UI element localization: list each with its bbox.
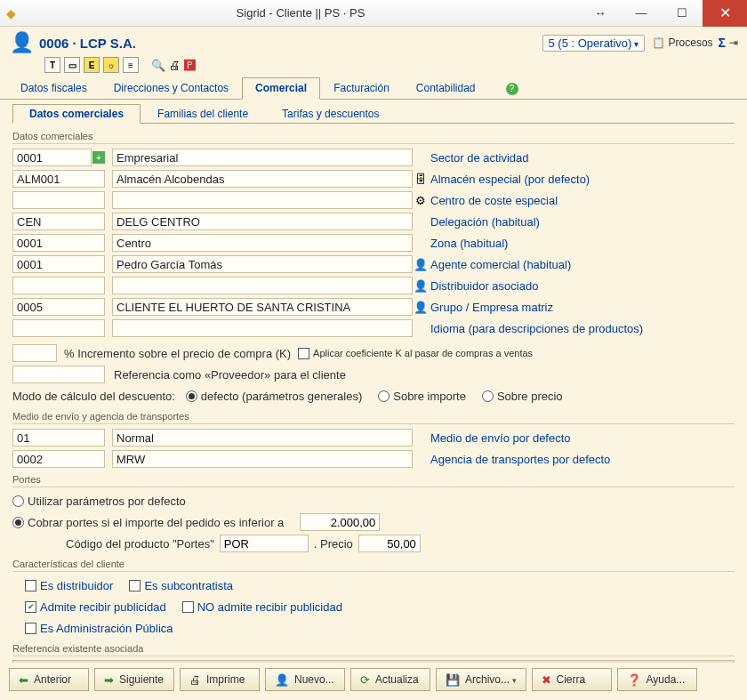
tool-T[interactable]: T — [44, 57, 60, 73]
tab-comercial[interactable]: Comercial — [242, 77, 320, 100]
k-label: % Incremento sobre el precio de compra (… — [64, 347, 291, 360]
move-button[interactable]: ↔ — [580, 0, 621, 27]
agencia-code[interactable] — [12, 450, 105, 468]
k-percent[interactable] — [12, 344, 57, 362]
zona-code[interactable] — [12, 234, 105, 252]
maximize-button[interactable]: ☐ — [662, 0, 703, 27]
check-admite[interactable]: ✔Admite recibir publicidad — [25, 600, 166, 614]
group-datos-comerciales: Datos comerciales — [12, 127, 735, 144]
idioma-code[interactable] — [12, 319, 105, 337]
tool-star[interactable]: ☼ — [103, 57, 119, 73]
siguiente-button[interactable]: ➡Siguiente — [94, 668, 174, 691]
check-no-admite[interactable]: NO admite recibir publicidad — [182, 600, 342, 614]
agencia-desc[interactable] — [112, 450, 413, 468]
idioma-desc[interactable] — [112, 319, 413, 337]
tool-pdf-icon[interactable]: 🅿 — [184, 59, 196, 72]
distribuidor-label: Distribuidor asociado — [429, 279, 538, 293]
medio-label: Medio de envío por defecto — [429, 431, 571, 445]
descuento-opt-defecto[interactable]: defecto (parámetros generales) — [186, 390, 362, 403]
plus-icon[interactable]: + — [92, 151, 105, 164]
procesos-link[interactable]: 📋 Procesos — [652, 36, 712, 49]
agente-label: Agente comercial (habitual) — [429, 258, 571, 271]
subtab-datos-comerciales[interactable]: Datos comerciales — [12, 104, 141, 124]
tab-direcciones[interactable]: Direcciones y Contactos — [100, 77, 242, 100]
arrow-left-icon: ⬅ — [19, 673, 28, 687]
portes-opt-defecto[interactable]: Utilizar parámetros por defecto — [12, 495, 186, 508]
delegacion-label: Delegación (habitual) — [429, 215, 540, 229]
tab-help[interactable]: ? — [489, 77, 532, 100]
tab-datos-fiscales[interactable]: Datos fiscales — [7, 77, 100, 100]
descuento-opt-precio[interactable]: Sobre precio — [482, 390, 563, 403]
portes-opt-cobrar[interactable]: Cobrar portes si el importe del pedido e… — [12, 516, 284, 529]
subtab-familias[interactable]: Familias del cliente — [141, 104, 265, 124]
tab-contabilidad[interactable]: Contabilidad — [403, 77, 489, 100]
idioma-label: Idioma (para descripciones de productos) — [429, 322, 643, 335]
minimize-button[interactable]: — — [621, 0, 662, 27]
group-referencia: Referencia existente asociada — [12, 640, 735, 656]
anterior-button[interactable]: ⬅Anterior — [9, 668, 89, 691]
portes-codigo[interactable] — [220, 535, 309, 552]
cierra-button[interactable]: ✖Cierra — [532, 668, 612, 691]
ref-proveedor[interactable] — [12, 366, 105, 383]
k-checkbox[interactable] — [298, 348, 309, 359]
zona-desc[interactable] — [112, 234, 413, 252]
coste-code[interactable] — [12, 191, 105, 209]
subtab-tarifas[interactable]: Tarifas y descuentos — [265, 104, 396, 124]
almacen-code[interactable] — [12, 170, 105, 188]
k-check-label: Aplicar coeficiente K al pasar de compra… — [313, 348, 533, 358]
tool-search-icon[interactable]: 🔍 — [151, 59, 165, 72]
distribuidor-code[interactable] — [12, 277, 105, 294]
grupo-desc[interactable] — [112, 298, 413, 316]
tab-facturacion[interactable]: Facturación — [320, 77, 403, 100]
tool-E[interactable]: E — [84, 57, 100, 73]
delegacion-code[interactable] — [12, 213, 105, 230]
pin-icon[interactable]: ⇥ — [729, 36, 738, 49]
sigma-icon[interactable]: Σ — [719, 36, 726, 50]
x-icon: ✖ — [542, 673, 551, 687]
tool-lines[interactable]: ≡ — [123, 57, 139, 73]
person-icon: 👤 — [413, 279, 429, 293]
status-badge[interactable]: 5 (5 : Operativo) — [542, 35, 646, 52]
imprime-button[interactable]: 🖨Imprime — [180, 668, 260, 691]
archivo-button[interactable]: 💾Archivo... — [436, 668, 526, 691]
agente-desc[interactable] — [112, 255, 413, 273]
printer-icon: 🖨 — [189, 673, 201, 687]
agente-code[interactable] — [12, 255, 105, 273]
almacen-desc[interactable] — [112, 170, 413, 188]
zona-label: Zona (habitual) — [429, 237, 508, 250]
portes-importe[interactable] — [300, 513, 380, 531]
group-envio: Medio de envío y agencia de transportes — [12, 407, 735, 424]
portes-codigo-label: Código del producto "Portes" — [66, 537, 214, 551]
record-title[interactable]: 0006 · LCP S.A. — [39, 36, 542, 51]
close-button[interactable]: ✕ — [703, 0, 747, 27]
refresh-icon: ⟳ — [360, 673, 370, 687]
avatar-icon: 👤 — [9, 30, 34, 55]
tool-print-icon[interactable]: 🖨 — [169, 59, 181, 72]
app-icon: ◆ — [0, 6, 21, 20]
portes-precio[interactable] — [358, 535, 421, 552]
descuento-label: Modo de cálculo del descuento: — [12, 390, 175, 403]
ayuda-button[interactable]: ❓Ayuda... — [617, 668, 697, 691]
tool-doc[interactable]: ▭ — [64, 57, 80, 73]
save-icon: 💾 — [446, 673, 460, 687]
check-admin-publica[interactable]: Es Administración Pública — [25, 622, 173, 635]
arrow-right-icon: ➡ — [104, 673, 114, 687]
delegacion-desc[interactable] — [112, 213, 413, 230]
medio-desc[interactable] — [112, 429, 413, 447]
nuevo-button[interactable]: 👤Nuevo... — [265, 668, 345, 691]
sector-code[interactable] — [12, 149, 92, 166]
help-icon: ❓ — [627, 673, 641, 687]
grupo-label: Grupo / Empresa matriz — [429, 301, 553, 314]
medio-code[interactable] — [12, 429, 105, 447]
check-subcontratista[interactable]: Es subcontratista — [129, 579, 233, 592]
sector-desc[interactable] — [112, 149, 413, 166]
warehouse-icon: 🗄 — [413, 173, 429, 186]
group-caracteristicas: Características del cliente — [12, 555, 735, 572]
help-icon: ? — [506, 83, 518, 95]
coste-desc[interactable] — [112, 191, 413, 209]
grupo-code[interactable] — [12, 298, 105, 316]
distribuidor-desc[interactable] — [112, 277, 413, 294]
descuento-opt-importe[interactable]: Sobre importe — [378, 390, 466, 403]
actualiza-button[interactable]: ⟳Actualiza — [350, 668, 430, 691]
check-distribuidor[interactable]: Es distribuidor — [25, 579, 113, 592]
